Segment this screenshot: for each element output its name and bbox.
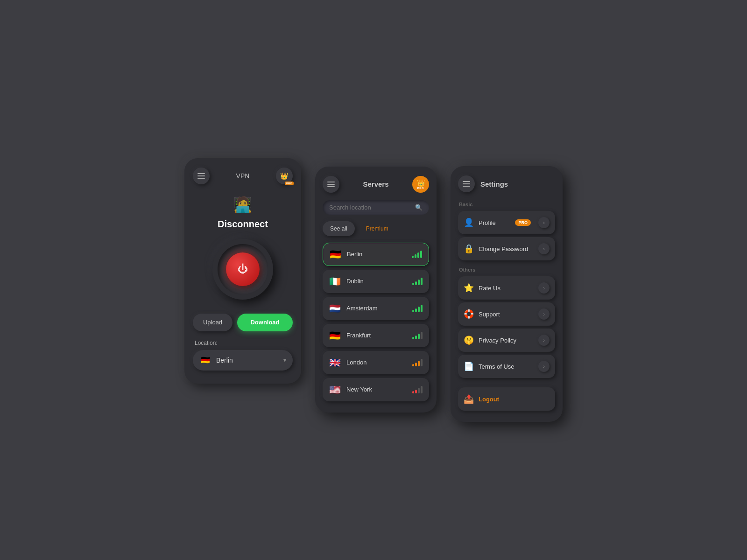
city-frankfurt: Frankfurt: [346, 332, 407, 339]
privacy-label: Privacy Policy: [479, 337, 534, 344]
search-placeholder: Search location: [329, 204, 411, 211]
city-amsterdam: Amsterdam: [346, 305, 407, 312]
settings-header: Settings: [458, 175, 555, 192]
server-item-berlin[interactable]: 🇩🇪 Berlin: [323, 243, 429, 266]
main-scene: VPN 👑 PRO 🧑‍💻 Disconnect ⏻ Upload Downlo…: [184, 138, 563, 422]
servers-menu-button[interactable]: [323, 176, 339, 193]
signal-berlin: [412, 251, 422, 258]
flag-berlin: 🇩🇪: [330, 249, 341, 260]
profile-chevron-icon: ›: [538, 217, 550, 228]
signal-amsterdam: [412, 305, 423, 312]
others-section-label: Others: [458, 267, 555, 273]
basic-settings-list: 👤 Profile PRO › 🔒 Change Password ›: [458, 211, 555, 260]
settings-item-support[interactable]: 🛟 Support ›: [458, 302, 555, 326]
hamburger-icon: [197, 173, 205, 179]
support-chevron-icon: ›: [538, 308, 550, 320]
password-chevron-icon: ›: [538, 243, 550, 254]
settings-panel: Settings Basic 👤 Profile PRO › 🔒 Change …: [451, 166, 563, 422]
hamburger-icon-settings: [463, 181, 470, 187]
location-selector[interactable]: 🇩🇪 Berlin ▾: [193, 350, 293, 371]
servers-title: Servers: [363, 180, 388, 188]
power-icon: ⏻: [238, 264, 248, 274]
basic-section-label: Basic: [458, 202, 555, 207]
rateus-icon: ⭐: [464, 283, 474, 293]
power-button[interactable]: ⏻: [226, 252, 260, 286]
support-label: Support: [479, 311, 534, 318]
location-label: Location:: [195, 340, 218, 346]
server-item-newyork[interactable]: 🇺🇸 New York: [323, 378, 429, 401]
vpn-title: VPN: [236, 172, 250, 180]
filter-tabs: See all Premium: [323, 221, 429, 236]
privacy-chevron-icon: ›: [538, 335, 550, 346]
servers-header: Servers 👑 PRO: [323, 176, 429, 193]
support-icon: 🛟: [464, 309, 474, 319]
chevron-down-icon: ▾: [283, 357, 286, 364]
terms-icon: 📄: [464, 361, 474, 371]
settings-item-profile[interactable]: 👤 Profile PRO ›: [458, 211, 555, 234]
flag-dublin: 🇮🇪: [329, 276, 341, 287]
signal-london: [412, 359, 423, 366]
server-item-dublin[interactable]: 🇮🇪 Dublin: [323, 270, 429, 293]
action-buttons: Upload Download: [193, 314, 293, 331]
settings-title: Settings: [480, 180, 508, 188]
terms-label: Terms of Use: [479, 363, 534, 370]
flag-frankfurt: 🇩🇪: [329, 330, 341, 341]
pro-crown-button[interactable]: 👑 PRO: [276, 168, 293, 184]
pro-badge: PRO: [285, 182, 294, 185]
profile-label: Profile: [479, 219, 510, 226]
privacy-icon: 🤫: [464, 335, 474, 345]
signal-frankfurt: [412, 332, 423, 339]
city-dublin: Dublin: [346, 278, 407, 285]
server-list: 🇩🇪 Berlin 🇮🇪 Dublin: [323, 243, 429, 401]
logout-label: Logout: [479, 396, 499, 403]
disconnect-title: Disconnect: [218, 219, 268, 230]
rateus-chevron-icon: ›: [538, 282, 550, 294]
menu-button[interactable]: [193, 168, 210, 184]
avatar-icon: 🧑‍💻: [233, 196, 252, 213]
download-button[interactable]: Download: [237, 314, 293, 331]
signal-newyork: [412, 386, 423, 393]
servers-crown-icon: 👑: [417, 179, 425, 187]
flag-newyork: 🇺🇸: [329, 384, 341, 395]
search-bar[interactable]: Search location 🔍: [323, 200, 429, 215]
settings-item-password[interactable]: 🔒 Change Password ›: [458, 237, 555, 260]
power-ring-mid: ⏻: [218, 244, 268, 294]
server-item-frankfurt[interactable]: 🇩🇪 Frankfurt: [323, 324, 429, 347]
location-city: Berlin: [216, 357, 279, 364]
password-label: Change Password: [479, 245, 534, 252]
flag-amsterdam: 🇳🇱: [329, 303, 341, 314]
city-london: London: [346, 359, 407, 366]
profile-icon: 👤: [464, 217, 474, 228]
location-flag: 🇩🇪: [199, 354, 211, 366]
hamburger-icon-servers: [327, 182, 335, 187]
server-item-amsterdam[interactable]: 🇳🇱 Amsterdam: [323, 297, 429, 320]
logout-icon: 📤: [464, 394, 474, 404]
tab-see-all[interactable]: See all: [323, 221, 355, 236]
signal-dublin: [412, 278, 423, 285]
upload-button[interactable]: Upload: [193, 314, 233, 331]
tab-premium[interactable]: Premium: [359, 221, 396, 236]
terms-chevron-icon: ›: [538, 361, 550, 372]
avatar-area: 🧑‍💻: [233, 196, 252, 213]
password-icon: 🔒: [464, 244, 474, 254]
servers-panel: Servers 👑 PRO Search location 🔍 See all …: [315, 167, 437, 413]
server-item-london[interactable]: 🇬🇧 London: [323, 351, 429, 374]
vpn-header: VPN 👑 PRO: [193, 168, 293, 184]
power-ring-outer: ⏻: [212, 239, 273, 300]
crown-icon: 👑: [280, 173, 288, 179]
vpn-panel: VPN 👑 PRO 🧑‍💻 Disconnect ⏻ Upload Downlo…: [184, 158, 301, 384]
servers-pro-text: PRO: [417, 187, 424, 189]
city-newyork: New York: [346, 386, 407, 393]
settings-item-privacy[interactable]: 🤫 Privacy Policy ›: [458, 329, 555, 352]
servers-pro-button[interactable]: 👑 PRO: [412, 176, 429, 193]
settings-menu-button[interactable]: [458, 175, 475, 192]
rateus-label: Rate Us: [479, 285, 534, 292]
pro-tag: PRO: [515, 219, 531, 226]
flag-london: 🇬🇧: [329, 357, 341, 368]
settings-item-terms[interactable]: 📄 Terms of Use ›: [458, 355, 555, 378]
others-settings-list: ⭐ Rate Us › 🛟 Support › 🤫 Privacy Policy…: [458, 276, 555, 378]
logout-item[interactable]: 📤 Logout: [458, 387, 555, 411]
settings-item-rateus[interactable]: ⭐ Rate Us ›: [458, 276, 555, 300]
city-berlin: Berlin: [347, 251, 406, 258]
search-icon: 🔍: [415, 204, 423, 211]
